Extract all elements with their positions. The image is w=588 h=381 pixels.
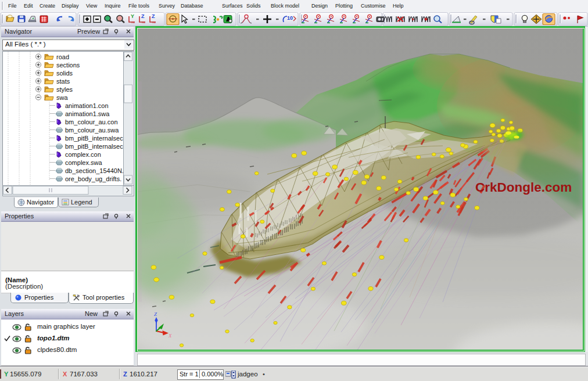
svg-text:Y: Y (131, 13, 134, 19)
svg-text:Z: Z (152, 13, 155, 19)
svg-text:X: X (168, 333, 172, 339)
svg-text:xc: xc (142, 20, 145, 24)
svg-text:xc: xc (152, 20, 156, 24)
svg-text:xc: xc (131, 20, 135, 24)
svg-text:10: 10 (287, 15, 293, 21)
svg-text:CrkDongle.com: CrkDongle.com (475, 180, 572, 195)
svg-text:Z: Z (141, 13, 145, 19)
